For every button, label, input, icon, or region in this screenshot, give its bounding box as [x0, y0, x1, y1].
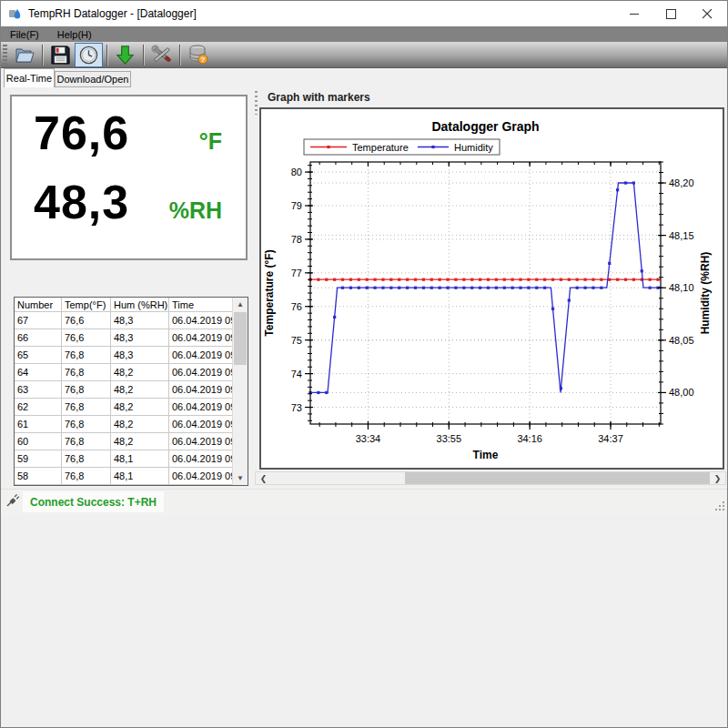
toolbar-grip[interactable]: [3, 45, 7, 65]
svg-text:73: 73: [291, 402, 302, 413]
datalogger-chart: 737475767778798048,0048,0548,1048,1548,2…: [261, 109, 723, 468]
graph-scrollbar[interactable]: ❮ ❯: [255, 471, 726, 485]
table-cell: 48,3: [111, 312, 169, 329]
table-cell: 66: [15, 329, 62, 347]
table-row[interactable]: 6176,848,206.04.2019 09:35:18: [15, 416, 248, 433]
window-controls: [616, 1, 725, 26]
svg-text:34:37: 34:37: [598, 433, 623, 444]
close-button[interactable]: [689, 1, 725, 26]
table-row[interactable]: 6276,848,206.04.2019 09:35:21: [15, 399, 248, 416]
resize-grip-icon[interactable]: [713, 500, 726, 512]
down-arrow-icon[interactable]: ▼: [233, 471, 248, 485]
logger-help-button[interactable]: ?: [184, 43, 212, 67]
database-question-icon: ?: [187, 44, 209, 66]
table-cell: 63: [15, 381, 62, 399]
toolbar-separator: [42, 45, 43, 66]
svg-text:Temperature: Temperature: [352, 142, 409, 153]
maximize-icon: [666, 9, 676, 19]
svg-text:Temperature (°F): Temperature (°F): [263, 249, 276, 336]
svg-text:78: 78: [291, 234, 302, 245]
table-row[interactable]: 6476,848,206.04.2019 09:35:25: [15, 364, 248, 381]
table-row[interactable]: 5976,848,106.04.2019 09:35:14: [15, 450, 248, 468]
status-message: Connect Success: T+RH: [30, 496, 157, 509]
humidity-value: 48,3: [34, 175, 129, 229]
panel-splitter[interactable]: [253, 87, 258, 492]
column-header[interactable]: Hum (%RH): [111, 298, 169, 312]
table-cell: 58: [15, 468, 62, 485]
table-row[interactable]: 6376,848,206.04.2019 09:35:23: [15, 381, 248, 399]
table-cell: 67: [15, 312, 62, 329]
tab-download-open[interactable]: Download/Open: [55, 71, 131, 87]
table-cell: 76,8: [62, 468, 111, 485]
log-table-panel: NumberTemp(°F)Hum (%RH)Time6776,648,306.…: [14, 297, 248, 486]
tab-strip: Real-Time Download/Open: [1, 68, 727, 87]
graph-panel: 737475767778798048,0048,0548,1048,1548,2…: [259, 107, 724, 470]
table-cell: 48,2: [111, 416, 169, 433]
menu-file[interactable]: File(F): [1, 26, 48, 42]
table-row[interactable]: 6576,848,306.04.2019 09:35:27: [15, 347, 248, 364]
menu-help[interactable]: Help(H): [48, 26, 101, 42]
table-cell: 76,6: [62, 312, 111, 329]
svg-text:80: 80: [291, 167, 302, 177]
svg-text:48,15: 48,15: [669, 230, 694, 241]
close-icon: [703, 9, 713, 19]
table-cell: 65: [15, 347, 62, 364]
svg-text:75: 75: [291, 335, 302, 346]
graph-panel-header: Graph with markers: [268, 91, 370, 104]
plug-icon: [5, 493, 20, 508]
table-cell: 60: [15, 433, 62, 450]
right-arrow-icon[interactable]: ❯: [710, 472, 725, 484]
svg-text:77: 77: [291, 268, 302, 278]
graph-scrollbar-thumb[interactable]: [405, 472, 711, 484]
svg-text:74: 74: [291, 369, 302, 379]
settings-button[interactable]: [147, 43, 176, 67]
folder-open-icon: [14, 44, 35, 66]
table-cell: 48,3: [111, 329, 169, 347]
table-cell: 76,8: [62, 416, 111, 433]
column-header[interactable]: Number: [15, 298, 62, 312]
minimize-icon: [630, 9, 640, 19]
open-file-button[interactable]: [10, 43, 38, 67]
table-cell: 48,1: [111, 468, 169, 485]
clock-icon: [78, 45, 99, 66]
left-arrow-icon[interactable]: ❮: [256, 472, 271, 484]
table-row[interactable]: 5876,848,106.04.2019 09:35:12: [15, 468, 248, 485]
table-scrollbar[interactable]: ▲ ▼: [232, 298, 248, 485]
table-cell: 76,8: [62, 364, 111, 381]
minimize-button[interactable]: [616, 1, 652, 26]
save-button[interactable]: [46, 43, 75, 67]
column-header[interactable]: Temp(°F): [62, 298, 111, 312]
download-button[interactable]: [111, 43, 139, 67]
svg-text:76: 76: [291, 301, 302, 312]
table-cell: 76,8: [62, 381, 111, 399]
table-row[interactable]: 6676,648,306.04.2019 09:35:29: [15, 329, 248, 347]
temperature-value: 76,6: [34, 106, 129, 160]
up-arrow-icon[interactable]: ▲: [233, 298, 248, 311]
table-row[interactable]: 6076,848,206.04.2019 09:35:16: [15, 433, 248, 450]
realtime-clock-button[interactable]: [75, 43, 103, 67]
table-cell: 48,2: [111, 399, 169, 416]
tab-real-time[interactable]: Real-Time: [4, 68, 55, 87]
table-cell: 76,8: [62, 433, 111, 450]
svg-text:?: ?: [200, 56, 205, 64]
splitter-grip-icon: [255, 91, 258, 115]
table-cell: 76,6: [62, 329, 111, 347]
status-message-box: Connect Success: T+RH: [23, 491, 164, 512]
title-bar: TempRH Datalogger - [Datalogger]: [1, 1, 727, 26]
menu-bar: File(F) Help(H): [1, 26, 727, 42]
toolbar-separator: [143, 45, 144, 66]
table-scrollbar-thumb[interactable]: [234, 312, 247, 365]
table-cell: 48,1: [111, 450, 169, 468]
table-cell: 61: [15, 416, 62, 433]
svg-text:Humidity (%RH): Humidity (%RH): [699, 252, 712, 335]
table-cell: 48,2: [111, 381, 169, 399]
svg-text:33:34: 33:34: [356, 433, 381, 444]
svg-text:Datalogger Graph: Datalogger Graph: [431, 119, 539, 134]
maximize-button[interactable]: [652, 1, 689, 26]
table-row[interactable]: 6776,648,306.04.2019 09:35:31: [15, 312, 248, 329]
toolbar-separator: [106, 45, 107, 66]
live-readout-panel: 76,6 °F 48,3 %RH: [10, 95, 248, 260]
download-arrow-icon: [115, 45, 136, 66]
table-cell: 76,8: [62, 450, 111, 468]
humidity-unit: %RH: [169, 197, 222, 224]
